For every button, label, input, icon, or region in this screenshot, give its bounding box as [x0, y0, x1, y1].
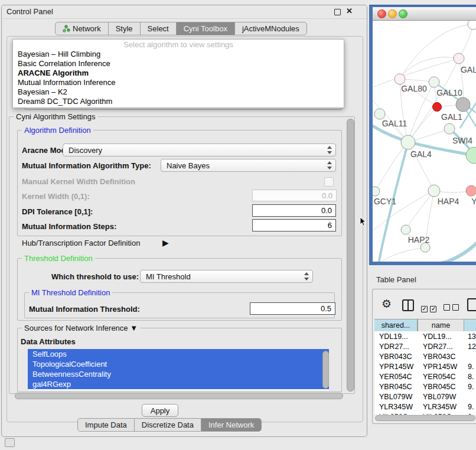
node-gcy1[interactable] — [373, 187, 380, 196]
cell-name: YDR27... — [423, 343, 453, 351]
node-gal80[interactable] — [395, 74, 405, 84]
apply-button-label: Apply — [151, 406, 170, 415]
table-row[interactable]: YBR043C YBR043C — [374, 351, 476, 361]
node-gal10[interactable] — [429, 77, 439, 87]
cell-name: YBL079W — [423, 393, 456, 401]
gear-icon[interactable]: ⚙ — [382, 299, 392, 309]
zoom-traffic-light[interactable] — [399, 9, 407, 18]
attribute-item[interactable]: TopologicalCoefficient — [28, 359, 329, 369]
algorithm-dropdown-placeholder: Select algorithm to view settings — [13, 40, 344, 50]
network-canvas[interactable]: GAL GAL80 GAL10 GAL1 GAL11 SWI4 GAL4 GCY… — [373, 21, 476, 262]
expand-right-icon[interactable]: ▶ — [162, 238, 169, 247]
combo-stepper-icon — [327, 146, 332, 154]
table-row[interactable]: YDL19... YDL19... 13 — [374, 331, 476, 341]
table-row[interactable]: YDR27... YDR27... 12 — [374, 341, 476, 351]
kernel-width-field[interactable]: 0.0 — [252, 190, 337, 201]
aracne-mode-combobox[interactable]: Discovery — [63, 144, 336, 156]
cell-shared-name: YDL19... — [379, 332, 408, 341]
combo-stepper-icon — [327, 161, 332, 169]
attributes-list-scrollbar[interactable] — [322, 351, 329, 389]
unchecked-box-icon — [444, 304, 450, 311]
tab-style[interactable]: Style — [108, 22, 140, 35]
tab-discretize-data[interactable]: Discretize Data — [134, 419, 201, 431]
column-header-shared-name[interactable]: shared... — [374, 319, 418, 331]
split-columns-icon[interactable] — [402, 299, 414, 311]
node-unlabeled[interactable] — [468, 21, 476, 30]
node-swi4[interactable] — [444, 123, 455, 134]
node-label: HAP2 — [408, 235, 430, 244]
deselect-all-columns-icon[interactable] — [444, 302, 459, 313]
cell-shared-name: YBR045C — [379, 383, 412, 391]
table-row[interactable]: YPR145W YPR145W 9. — [374, 361, 476, 371]
select-all-columns-icon[interactable]: ✓ ✓ — [421, 302, 436, 313]
close-traffic-light[interactable] — [377, 9, 386, 18]
tab-jactivemnodules[interactable]: jActiveMNodules — [234, 22, 307, 35]
node-gal-pink[interactable] — [454, 53, 464, 64]
cell-name: YDL19... — [423, 332, 452, 341]
table-row[interactable]: YBR045C YBR045C 9. — [374, 381, 476, 392]
algorithm-option[interactable]: Dream8 DC_TDC Algorithm — [13, 97, 344, 106]
algorithm-option-selected[interactable]: ARACNE Algorithm — [13, 69, 344, 78]
dpi-tolerance-field[interactable]: 0.0 — [252, 204, 336, 217]
hub-definition-expander-label[interactable]: Hub/Transcription Factor Definition — [22, 239, 140, 247]
algorithm-option[interactable]: Basic Correlation Inference — [13, 59, 344, 69]
algorithm-option[interactable]: Bayesian – K2 — [13, 87, 344, 97]
node-gray[interactable] — [456, 97, 470, 112]
node-green-large[interactable] — [466, 147, 476, 164]
table-row[interactable]: YBL079W YBL079W — [374, 392, 476, 402]
table-horizontal-scrollbar[interactable] — [375, 415, 475, 421]
manual-kernel-width-checkbox[interactable] — [324, 177, 334, 187]
attribute-item[interactable]: BetweennessCentrality — [28, 369, 329, 379]
which-threshold-combobox[interactable]: MI Threshold — [140, 270, 313, 283]
settings-horizontal-scrollbar[interactable] — [15, 393, 343, 399]
network-window-titlebar[interactable] — [373, 7, 476, 21]
algorithm-definition-title: Algorithm Definition — [22, 126, 93, 135]
table-toolbar: ⚙ ✓ ✓ — [373, 289, 476, 318]
tab-select[interactable]: Select — [140, 22, 176, 35]
close-icon[interactable]: ✕ — [346, 6, 353, 15]
tab-infer-network[interactable]: Infer Network — [201, 419, 261, 431]
cell-value: 8. — [468, 373, 474, 381]
network-graph: GAL GAL80 GAL10 GAL1 GAL11 SWI4 GAL4 GCY… — [373, 21, 476, 262]
node-gal1-red[interactable] — [433, 103, 442, 112]
tab-impute-data[interactable]: Impute Data — [78, 419, 134, 431]
attribute-item[interactable]: SelfLoops — [28, 349, 329, 359]
minimize-traffic-light[interactable] — [388, 9, 397, 18]
tab-style-label: Style — [116, 24, 133, 33]
bottom-tabbar: Impute Data Discretize Data Infer Networ… — [77, 418, 262, 432]
node-gal4[interactable] — [401, 135, 415, 149]
new-table-icon[interactable] — [467, 298, 476, 311]
node-hap2[interactable] — [401, 225, 410, 234]
column-header-name[interactable]: name — [418, 319, 464, 331]
table-panel-title: Table Panel — [376, 275, 416, 284]
table-row[interactable]: YIL052C YIL052C 9 — [374, 412, 476, 415]
settings-vertical-scrollbar[interactable] — [347, 119, 354, 392]
table-row[interactable]: YER054C YER054C 8. — [374, 371, 476, 381]
float-window-icon[interactable] — [334, 9, 341, 15]
node-salmon[interactable] — [466, 185, 476, 196]
collapsed-panel-button[interactable] — [5, 438, 15, 447]
mi-algorithm-type-combobox[interactable]: Naive Bayes — [161, 159, 336, 172]
algorithm-option[interactable]: Bayesian – Hill Climbing — [13, 50, 344, 59]
node-hap4[interactable] — [428, 185, 440, 197]
tab-select-label: Select — [148, 24, 169, 33]
table-row[interactable]: YLR345W YLR345W 9. — [374, 402, 476, 412]
node-label: GCY1 — [374, 197, 396, 206]
tab-network[interactable]: Network — [56, 22, 108, 35]
cell-shared-name: YDR27... — [379, 343, 409, 351]
column-header-label: name — [432, 321, 450, 330]
mi-steps-value: 6 — [328, 221, 332, 230]
column-header-partial[interactable] — [464, 319, 476, 331]
algorithm-option[interactable]: Mutual Information Inference — [13, 78, 344, 87]
node-label: GAL4 — [410, 149, 432, 159]
collapse-down-icon[interactable]: ▼ — [130, 324, 138, 332]
attribute-item[interactable]: gal4RGexp — [28, 379, 329, 389]
node-gal11[interactable] — [374, 109, 385, 119]
tab-cyni-toolbox[interactable]: Cyni Toolbox — [176, 22, 234, 35]
mi-steps-label: Mutual Information Steps: — [22, 222, 116, 231]
node-label: GAL80 — [401, 84, 427, 93]
mi-threshold-field[interactable]: 0.5 — [250, 302, 335, 315]
apply-button[interactable]: Apply — [142, 404, 178, 417]
mi-steps-field[interactable]: 6 — [252, 219, 336, 231]
table-header: shared... name — [374, 319, 476, 331]
